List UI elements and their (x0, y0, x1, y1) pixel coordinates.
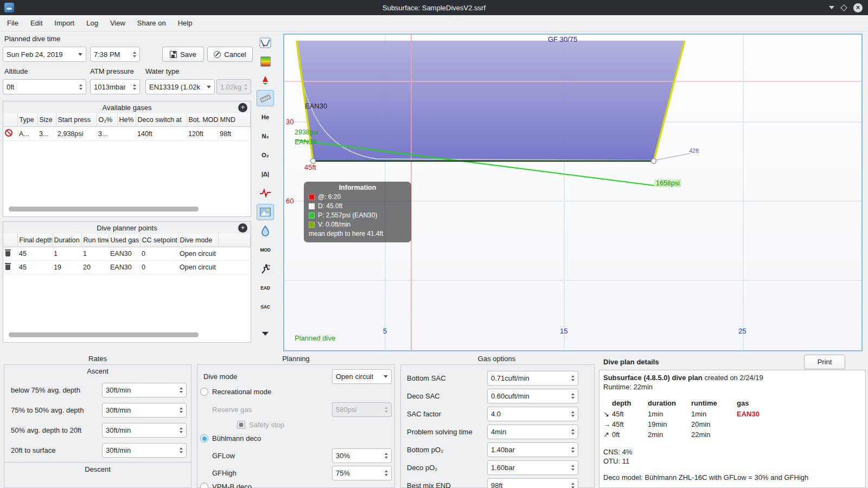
buhlmann-deco-radio[interactable] (200, 434, 208, 442)
dive-mode-select[interactable]: Open circuit (332, 369, 392, 384)
stepper-arrows[interactable] (569, 393, 575, 399)
points-table: Final depth Duration Run time Used gas C… (3, 234, 251, 274)
pressure-delta-toggle-icon[interactable]: |Δ| (257, 166, 274, 182)
ascent-rate-surface-stepper[interactable]: 30ft/min (102, 443, 187, 458)
pp-helium-toggle-icon[interactable]: He (257, 109, 274, 125)
menu-share-on[interactable]: Share on (131, 15, 172, 31)
stepper-arrows[interactable] (382, 453, 388, 459)
depth-chip (309, 203, 315, 209)
rate-label: 75% to 50% avg. depth (11, 406, 84, 414)
planner-points-title: Dive planner points (97, 224, 157, 232)
water-type-select[interactable]: EN13319 (1.02k (145, 79, 215, 94)
gas-density-drop-icon[interactable] (257, 223, 274, 239)
buhlmann-deco-label: Bühlmann deco (212, 434, 261, 442)
window-shade-icon[interactable] (829, 6, 834, 9)
print-button[interactable]: Print (804, 355, 845, 369)
mod-toggle-icon[interactable]: MOD (257, 242, 274, 258)
gfhigh-label: GFHigh (212, 469, 237, 477)
stepper-arrows[interactable] (177, 407, 183, 413)
chevron-down-icon (78, 53, 82, 56)
gflow-stepper[interactable]: 30% (332, 448, 392, 463)
deco-sac-stepper[interactable]: 0.60cuft/min (487, 389, 578, 403)
add-point-button[interactable]: + (238, 223, 247, 233)
bottom-sac-stepper[interactable]: 0.71cuft/min (487, 371, 578, 386)
dive-computer-icon[interactable] (257, 35, 274, 51)
menu-file[interactable]: File (1, 15, 24, 31)
pp-oxygen-toggle-icon[interactable]: O₂ (257, 147, 274, 163)
depth-profile-area (297, 41, 685, 161)
col-used-gas: Used gas (108, 234, 140, 247)
menu-edit[interactable]: Edit (24, 15, 48, 31)
plan-table-row: ↘ 45ft 1min 1min EAN30 (603, 410, 775, 418)
gases-table: Type Size Start press O₂% He% Deco switc… (3, 113, 251, 141)
profile-handle[interactable] (652, 159, 656, 164)
dive-time-stepper[interactable]: 7:38 PM (90, 47, 140, 62)
points-horizontal-scrollbar[interactable] (9, 332, 199, 337)
menu-view[interactable]: View (104, 15, 131, 31)
stepper-arrows[interactable] (569, 375, 575, 381)
stepper-arrows[interactable] (130, 52, 136, 57)
problem-solving-time-label: Problem solving time (407, 428, 473, 436)
stepper-arrows[interactable] (177, 447, 183, 453)
dive-profile-chart[interactable]: GF 30/75 EAN30 2938psi EAN30 45ft 1658ps… (283, 34, 863, 351)
pressure-chip (309, 213, 315, 219)
start-pressure-label: 2938psi (295, 129, 318, 136)
window-close-button[interactable]: × (853, 3, 863, 12)
runner-sac-icon[interactable] (257, 261, 274, 277)
gas-row[interactable]: A... 3... 2,938psi 3... 140ft 120ft 98ft (3, 127, 251, 141)
problem-solving-time-stepper[interactable]: 4min (487, 425, 578, 439)
plan-table-row: → 45ft 19min 20min (603, 420, 775, 428)
heatmap-gradient-icon[interactable] (257, 53, 274, 69)
sac-toggle-icon[interactable]: SAC (257, 299, 274, 315)
delete-point-icon[interactable] (5, 249, 11, 256)
window-keep-above-icon[interactable] (840, 4, 847, 11)
photos-toggle-icon[interactable] (257, 204, 274, 220)
menu-log[interactable]: Log (80, 15, 104, 31)
col-cc-setpoint: CC setpoint (140, 234, 178, 247)
altitude-stepper[interactable]: 0ft (3, 79, 86, 94)
planner-point-row[interactable]: 45 19 20 EAN30 0 Open circuit (3, 261, 251, 274)
bottom-po2-stepper[interactable]: 1.40bar (487, 442, 578, 457)
cancel-button[interactable]: Cancel (207, 47, 253, 62)
ead-toggle-icon[interactable]: EAD (257, 280, 274, 296)
delete-point-icon[interactable] (5, 263, 11, 270)
deco-sac-label: Deco SAC (407, 392, 440, 400)
reserve-gas-label: Reserve gas (212, 406, 252, 414)
menu-help[interactable]: Help (172, 15, 199, 31)
stepper-arrows[interactable] (569, 411, 575, 417)
ascent-rate-50-stepper[interactable]: 30ft/min (102, 403, 187, 418)
gases-horizontal-scrollbar[interactable] (9, 207, 199, 211)
stepper-arrows[interactable] (569, 429, 575, 435)
stepper-arrows[interactable] (569, 483, 575, 488)
pp-nitrogen-toggle-icon[interactable]: N₂ (257, 128, 274, 144)
ascent-descent-rates-icon[interactable] (257, 72, 274, 88)
gfhigh-stepper[interactable]: 75% (332, 466, 392, 480)
best-mix-end-stepper[interactable]: 98ft (487, 478, 578, 488)
atm-pressure-stepper[interactable]: 1013mbar (90, 79, 140, 94)
stepper-arrows[interactable] (177, 427, 183, 433)
stepper-arrows[interactable] (382, 470, 388, 476)
profile-tooltip: Information @: 6:20 D: 45.0ft P: 2,557ps… (304, 182, 411, 242)
remove-gas-icon[interactable] (5, 129, 12, 137)
stepper-arrows[interactable] (569, 465, 575, 471)
vpmb-deco-radio[interactable] (200, 483, 208, 488)
heart-rate-toggle-icon[interactable] (257, 185, 274, 201)
ruler-tool-icon[interactable] (257, 90, 274, 106)
ascent-rate-20ft-stepper[interactable]: 30ft/min (102, 423, 187, 438)
planned-dive-label: Planned dive (295, 334, 335, 342)
dive-date-select[interactable]: Sun Feb 24, 2019 (3, 47, 86, 62)
ascent-rate-75-stepper[interactable]: 30ft/min (102, 383, 187, 397)
recreational-mode-radio[interactable] (200, 388, 208, 396)
toolbar-scroll-down-icon[interactable] (257, 325, 274, 342)
stepper-arrows[interactable] (177, 387, 183, 393)
add-gas-button[interactable]: + (238, 103, 247, 112)
safety-stop-label: Safety stop (249, 421, 284, 429)
stepper-arrows[interactable] (569, 447, 575, 453)
planner-point-row[interactable]: 45 1 1 EAN30 0 Open circuit (3, 247, 251, 261)
deco-po2-stepper[interactable]: 1.60bar (487, 460, 578, 475)
save-button[interactable]: Save (162, 47, 204, 62)
stepper-arrows[interactable] (76, 84, 82, 90)
sac-factor-stepper[interactable]: 4.0 (487, 407, 578, 421)
stepper-arrows[interactable] (130, 84, 136, 90)
menu-import[interactable]: Import (48, 15, 80, 31)
